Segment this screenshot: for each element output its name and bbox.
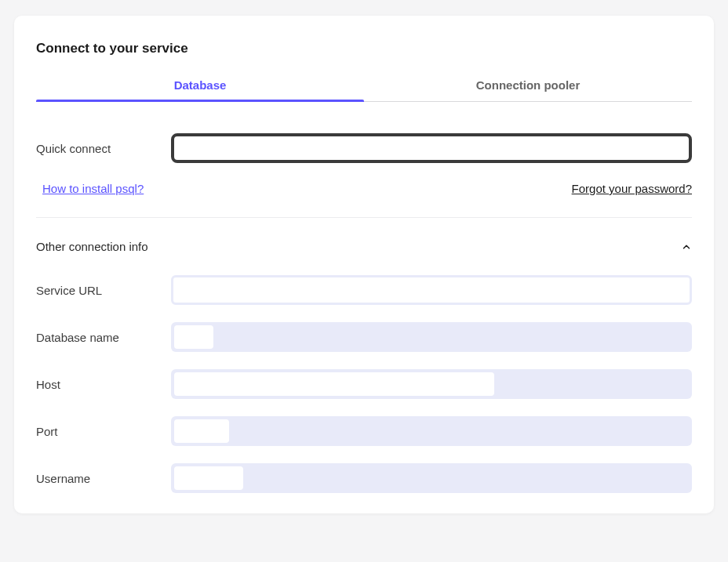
port-label: Port <box>36 425 171 438</box>
tabs: Database Connection pooler <box>36 78 692 102</box>
service-url-row: Service URL <box>36 275 692 305</box>
port-row: Port <box>36 416 692 446</box>
connect-card: Connect to your service Database Connect… <box>14 16 714 513</box>
database-name-field[interactable] <box>171 322 692 352</box>
username-row: Username <box>36 463 692 493</box>
service-url-label: Service URL <box>36 284 171 297</box>
quick-connect-label: Quick connect <box>36 142 171 155</box>
card-title: Connect to your service <box>36 41 692 56</box>
quick-connect-input[interactable] <box>171 133 692 163</box>
forgot-password-link[interactable]: Forgot your password? <box>572 182 692 195</box>
username-field[interactable] <box>171 463 692 493</box>
host-field[interactable] <box>171 369 692 399</box>
port-field[interactable] <box>171 416 692 446</box>
username-label: Username <box>36 472 171 485</box>
chevron-up-icon <box>681 241 692 252</box>
tab-connection-pooler[interactable]: Connection pooler <box>364 78 692 101</box>
other-info-toggle[interactable]: Other connection info <box>36 240 692 253</box>
database-name-label: Database name <box>36 331 171 344</box>
service-url-field[interactable] <box>171 275 692 305</box>
other-info-title: Other connection info <box>36 240 148 253</box>
host-row: Host <box>36 369 692 399</box>
links-row: How to install psql? Forgot your passwor… <box>36 182 692 195</box>
quick-connect-row: Quick connect <box>36 133 692 163</box>
tab-database[interactable]: Database <box>36 78 364 101</box>
install-psql-link[interactable]: How to install psql? <box>42 182 144 195</box>
divider <box>36 217 692 218</box>
host-label: Host <box>36 378 171 391</box>
database-name-row: Database name <box>36 322 692 352</box>
